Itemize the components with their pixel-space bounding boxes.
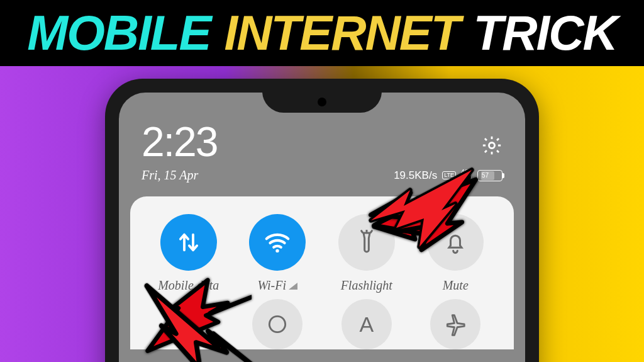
- thumbnail-title: MOBILE INTERNET TRICK: [0, 0, 644, 66]
- airplane-icon: [430, 299, 480, 349]
- status-date: Fri, 15 Apr: [142, 168, 198, 183]
- letter-a-icon: A: [341, 299, 392, 349]
- qs-label: Mute: [443, 278, 469, 293]
- phone-notch: [262, 93, 382, 113]
- svg-point-1: [276, 249, 279, 252]
- svg-marker-12: [147, 286, 253, 362]
- svg-point-4: [270, 316, 286, 332]
- qs-label: Wi-Fi: [257, 278, 297, 293]
- title-word-2: INTERNET: [225, 4, 460, 62]
- settings-icon[interactable]: [481, 118, 502, 166]
- red-arrow-bottom: [142, 272, 258, 362]
- title-word-3: TRICK: [474, 4, 617, 62]
- wifi-icon: [249, 214, 306, 271]
- wifi-signal-icon: [289, 283, 297, 290]
- svg-point-0: [489, 142, 494, 148]
- title-word-1: MOBILE: [27, 4, 210, 62]
- qs-airplane[interactable]: [411, 299, 501, 349]
- status-time: 2:23: [142, 118, 217, 166]
- red-arrow-top: [366, 165, 476, 252]
- mobile-data-icon: [160, 214, 217, 271]
- qs-auto-brightness[interactable]: A: [322, 299, 411, 349]
- circle-icon: [252, 299, 303, 349]
- qs-label: Flashlight: [341, 278, 392, 293]
- battery-indicator: 57: [477, 170, 502, 181]
